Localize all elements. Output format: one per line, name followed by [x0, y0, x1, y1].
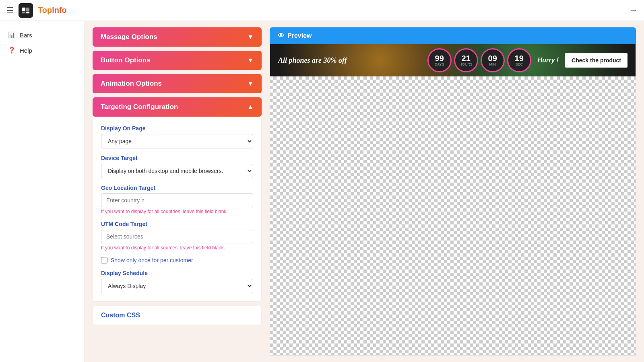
device-target-label: Device Target: [101, 155, 253, 161]
animation-options-chevron: ▼: [247, 80, 254, 87]
preview-eye-icon: 👁: [278, 32, 284, 39]
svg-rect-3: [26, 11, 29, 13]
utm-code-label: UTM Code Target: [101, 221, 253, 227]
animation-options-label: Animation Options: [101, 80, 162, 88]
countdown-hours: 21 HOURS: [454, 48, 478, 72]
logo-icon: [19, 3, 33, 18]
utm-code-input[interactable]: [101, 230, 253, 243]
display-on-page-field: Display On Page Any page Home page Shop …: [101, 125, 253, 148]
custom-css-accordion[interactable]: Custom CSS: [93, 306, 262, 325]
targeting-panel: Display On Page Any page Home page Shop …: [93, 117, 262, 302]
targeting-config-accordion[interactable]: Targeting Configuration ▲: [93, 97, 262, 117]
device-target-field: Device Target Display on both desktop an…: [101, 155, 253, 178]
preview-promo-text: All phones are 30% off: [278, 56, 421, 65]
targeting-config-group: Targeting Configuration ▲ Display On Pag…: [93, 97, 262, 302]
targeting-config-chevron: ▲: [247, 103, 254, 111]
message-options-chevron: ▼: [247, 33, 254, 41]
svg-rect-2: [22, 11, 25, 13]
countdown-hours-label: HOURS: [459, 62, 473, 66]
main-layout: 📊 Bars ❓ Help Message Options ▼ Button O…: [0, 21, 644, 362]
countdown-min: 09 MIN: [481, 48, 505, 72]
button-options-accordion[interactable]: Button Options ▼: [93, 51, 262, 70]
right-panel: 👁 Preview All phones are 30% off 99 DAYS…: [270, 27, 636, 356]
top-nav: ☰ TopInfo →: [0, 0, 644, 21]
left-panel: Message Options ▼ Button Options ▼ Anima…: [93, 27, 262, 356]
animation-options-accordion[interactable]: Animation Options ▼: [93, 74, 262, 93]
svg-rect-0: [22, 7, 25, 10]
preview-bar: All phones are 30% off 99 DAYS 21 HOURS …: [270, 44, 636, 76]
targeting-config-label: Targeting Configuration: [101, 103, 178, 111]
svg-rect-1: [26, 7, 29, 10]
countdown-days-label: DAYS: [435, 62, 444, 66]
geo-location-field: Geo Location Target If you want to displ…: [101, 185, 253, 214]
show-once-label: Show only once for per customer: [111, 257, 193, 263]
sidebar-item-help-label: Help: [20, 47, 32, 54]
custom-css-label: Custom CSS: [101, 312, 140, 319]
show-once-checkbox[interactable]: [101, 257, 107, 263]
utm-code-field: UTM Code Target If you want to display f…: [101, 221, 253, 251]
countdown-items: 99 DAYS 21 HOURS 09 MIN 19: [427, 48, 531, 72]
display-schedule-select[interactable]: Always Display Date Range Day of Week: [101, 279, 253, 293]
geo-location-label: Geo Location Target: [101, 185, 253, 191]
signout-button[interactable]: →: [630, 6, 638, 15]
geo-location-hint: If you want to display for all countries…: [101, 209, 253, 214]
hurry-text: Hurry !: [538, 57, 559, 64]
logo-text: TopInfo: [38, 6, 67, 15]
countdown-sec-value: 19: [515, 54, 524, 62]
display-schedule-field: Display Schedule Always Display Date Ran…: [101, 270, 253, 293]
button-options-chevron: ▼: [247, 57, 254, 64]
sidebar: 📊 Bars ❓ Help: [0, 21, 85, 362]
hamburger-menu[interactable]: ☰: [6, 6, 14, 15]
sidebar-item-bars[interactable]: 📊 Bars: [0, 27, 84, 43]
countdown-hours-value: 21: [462, 54, 471, 62]
preview-title: Preview: [287, 32, 312, 39]
device-target-select[interactable]: Display on both desktop and mobile brows…: [101, 164, 253, 178]
display-on-page-select[interactable]: Any page Home page Shop page: [101, 134, 253, 148]
countdown-min-value: 09: [488, 54, 497, 62]
countdown-sec: 19 SEC: [507, 48, 531, 72]
geo-location-input[interactable]: [101, 193, 253, 207]
preview-header: 👁 Preview: [270, 27, 636, 44]
main-content: Message Options ▼ Button Options ▼ Anima…: [85, 21, 644, 362]
sidebar-item-bars-label: Bars: [20, 32, 32, 39]
countdown-days-value: 99: [435, 54, 444, 62]
display-schedule-label: Display Schedule: [101, 270, 253, 276]
utm-code-hint: If you want to display for all sources, …: [101, 245, 253, 251]
countdown-min-label: MIN: [489, 62, 496, 66]
show-once-row: Show only once for per customer: [101, 257, 253, 263]
preview-body: All phones are 30% off 99 DAYS 21 HOURS …: [270, 44, 636, 356]
help-icon: ❓: [8, 47, 16, 54]
display-on-page-label: Display On Page: [101, 125, 253, 132]
bars-icon: 📊: [8, 31, 16, 39]
message-options-accordion[interactable]: Message Options ▼: [93, 27, 262, 47]
sidebar-item-help[interactable]: ❓ Help: [0, 43, 84, 58]
countdown-sec-label: SEC: [515, 62, 523, 66]
countdown-days: 99 DAYS: [427, 48, 452, 72]
check-product-button[interactable]: Check the product: [565, 53, 627, 68]
button-options-label: Button Options: [101, 56, 151, 64]
message-options-label: Message Options: [101, 33, 157, 41]
